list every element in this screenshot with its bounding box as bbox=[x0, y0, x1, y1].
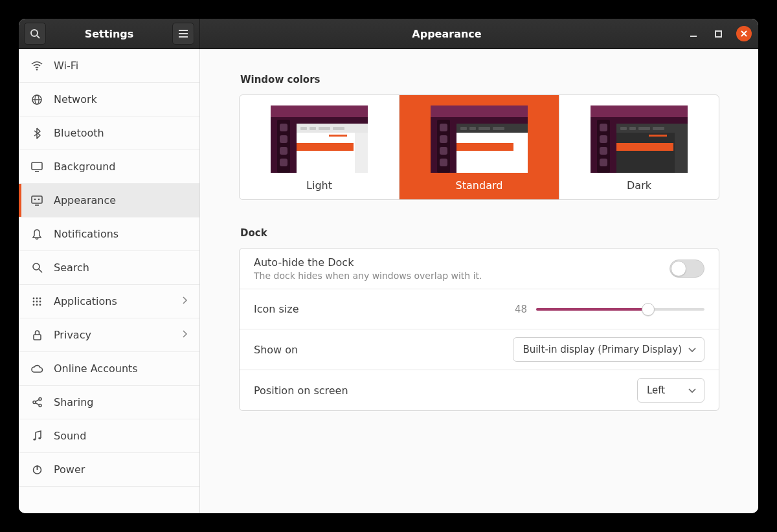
hamburger-menu-button[interactable] bbox=[172, 23, 194, 45]
position-value: Left bbox=[647, 384, 665, 396]
dock-settings-card: Auto-hide the Dock The dock hides when a… bbox=[239, 248, 719, 411]
svg-point-24 bbox=[33, 300, 35, 302]
minimize-icon bbox=[690, 30, 697, 38]
theme-label: Light bbox=[306, 179, 332, 192]
svg-point-16 bbox=[34, 198, 36, 200]
grid-icon bbox=[30, 296, 43, 307]
window-controls bbox=[687, 26, 752, 41]
theme-thumbnail-standard bbox=[431, 105, 528, 173]
sidebar-item-label: Applications bbox=[54, 295, 117, 307]
svg-rect-30 bbox=[34, 335, 41, 340]
bell-icon bbox=[30, 228, 43, 240]
theme-chooser: Light Standard bbox=[239, 94, 719, 200]
chevron-down-icon bbox=[688, 344, 696, 355]
close-icon bbox=[741, 30, 747, 37]
share-icon bbox=[30, 397, 43, 408]
svg-point-27 bbox=[33, 304, 35, 305]
maximize-icon bbox=[715, 30, 722, 38]
minimize-button[interactable] bbox=[687, 27, 700, 40]
lock-icon bbox=[30, 329, 43, 341]
autohide-row: Auto-hide the Dock The dock hides when a… bbox=[240, 249, 719, 289]
sidebar-item-label: Online Accounts bbox=[54, 362, 138, 375]
sidebar-item-label: Privacy bbox=[54, 329, 91, 341]
svg-point-9 bbox=[36, 69, 38, 70]
sidebar-item-bluetooth[interactable]: Bluetooth bbox=[19, 116, 199, 150]
svg-point-28 bbox=[36, 304, 38, 305]
sidebar-item-background[interactable]: Background bbox=[19, 150, 199, 184]
globe-icon bbox=[30, 94, 43, 105]
theme-thumbnail-light bbox=[271, 105, 368, 173]
maximize-button[interactable] bbox=[712, 27, 725, 40]
theme-label: Standard bbox=[456, 179, 503, 192]
sidebar-item-privacy[interactable]: Privacy bbox=[19, 318, 199, 352]
svg-point-21 bbox=[33, 297, 35, 299]
autohide-description: The dock hides when any windows overlap … bbox=[254, 271, 482, 281]
svg-point-37 bbox=[38, 437, 41, 439]
appearance-panel: Window colors Light bbox=[200, 49, 758, 513]
sidebar-item-label: Sharing bbox=[54, 396, 93, 408]
sidebar-item-sound[interactable]: Sound bbox=[19, 419, 199, 453]
power-icon bbox=[30, 464, 43, 475]
icon-size-label: Icon size bbox=[254, 303, 299, 315]
hamburger-icon bbox=[178, 29, 188, 38]
sidebar-item-appearance[interactable]: Appearance bbox=[19, 184, 199, 217]
chevron-right-icon bbox=[182, 329, 188, 341]
sidebar-item-network[interactable]: Network bbox=[19, 83, 199, 116]
icon-size-row: Icon size 48 bbox=[240, 289, 719, 329]
search-icon bbox=[30, 262, 43, 273]
headerbar: Settings Appearance bbox=[19, 19, 758, 49]
page-title: Appearance bbox=[207, 28, 687, 40]
svg-point-26 bbox=[39, 300, 41, 302]
position-combo[interactable]: Left bbox=[637, 378, 704, 403]
theme-label: Dark bbox=[627, 179, 651, 192]
svg-point-17 bbox=[38, 198, 40, 200]
sidebar-item-notifications[interactable]: Notifications bbox=[19, 217, 199, 251]
sidebar-item-wifi[interactable]: Wi-Fi bbox=[19, 49, 199, 83]
appearance-icon bbox=[30, 195, 43, 206]
sidebar-item-label: Bluetooth bbox=[54, 127, 104, 139]
chevron-down-icon bbox=[688, 384, 696, 396]
svg-point-22 bbox=[36, 297, 38, 299]
autohide-label: Auto-hide the Dock bbox=[254, 256, 482, 269]
position-label: Position on screen bbox=[254, 384, 348, 397]
theme-option-standard[interactable]: Standard bbox=[400, 95, 559, 199]
svg-line-20 bbox=[39, 269, 42, 272]
autohide-switch[interactable] bbox=[670, 260, 704, 278]
music-icon bbox=[30, 430, 43, 441]
bluetooth-icon bbox=[30, 127, 43, 139]
svg-point-23 bbox=[39, 297, 41, 299]
icon-size-value: 48 bbox=[515, 304, 527, 315]
sidebar-item-label: Background bbox=[54, 161, 115, 173]
sidebar-item-applications[interactable]: Applications bbox=[19, 285, 199, 318]
settings-sidebar: Wi-Fi Network Bluetooth Background bbox=[19, 49, 200, 513]
chevron-right-icon bbox=[182, 295, 188, 307]
close-button[interactable] bbox=[736, 26, 752, 41]
show-on-combo[interactable]: Built-in display (Primary Display) bbox=[513, 337, 704, 362]
show-on-row: Show on Built-in display (Primary Displa… bbox=[240, 329, 719, 370]
svg-point-31 bbox=[33, 401, 36, 404]
svg-rect-6 bbox=[715, 31, 721, 37]
sidebar-item-sharing[interactable]: Sharing bbox=[19, 386, 199, 419]
monitor-icon bbox=[30, 162, 43, 172]
svg-line-34 bbox=[35, 399, 39, 401]
sidebar-item-power[interactable]: Power bbox=[19, 453, 199, 487]
theme-thumbnail-dark bbox=[591, 105, 688, 173]
search-button[interactable] bbox=[24, 23, 46, 45]
show-on-label: Show on bbox=[254, 344, 298, 356]
icon-size-slider[interactable] bbox=[536, 303, 704, 316]
svg-line-1 bbox=[37, 36, 39, 38]
wifi-icon bbox=[30, 60, 43, 72]
position-row: Position on screen Left bbox=[240, 370, 719, 410]
theme-option-light[interactable]: Light bbox=[240, 95, 400, 199]
dock-section-title: Dock bbox=[240, 227, 719, 239]
svg-point-29 bbox=[39, 304, 41, 305]
headerbar-left: Settings bbox=[19, 19, 200, 49]
sidebar-item-label: Wi-Fi bbox=[54, 60, 78, 72]
theme-option-dark[interactable]: Dark bbox=[559, 95, 719, 199]
sidebar-item-online-accounts[interactable]: Online Accounts bbox=[19, 352, 199, 386]
sidebar-item-label: Notifications bbox=[54, 228, 118, 240]
sidebar-item-label: Search bbox=[54, 261, 89, 274]
sidebar-item-search[interactable]: Search bbox=[19, 251, 199, 285]
svg-rect-13 bbox=[32, 162, 42, 170]
show-on-value: Built-in display (Primary Display) bbox=[523, 344, 682, 355]
